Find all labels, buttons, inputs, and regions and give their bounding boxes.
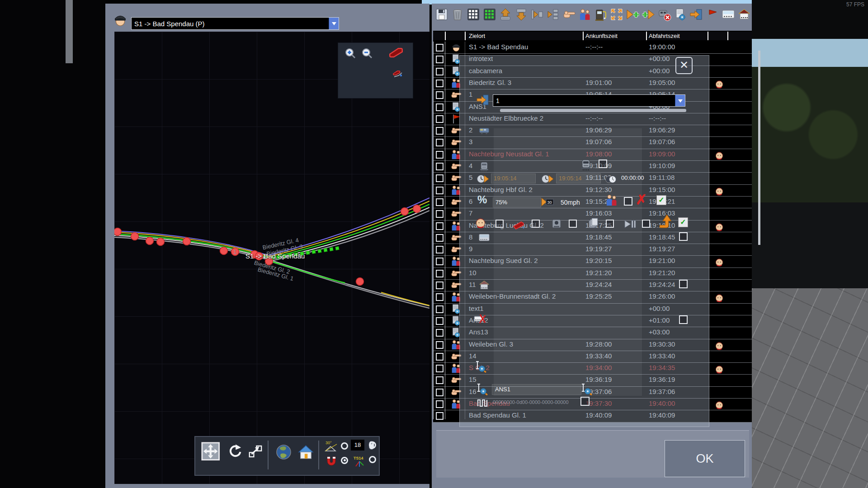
dialog-loco-checkbox[interactable] <box>599 160 607 168</box>
save-icon[interactable] <box>435 8 448 21</box>
row-checkbox[interactable] <box>436 222 443 230</box>
guid-checkbox[interactable] <box>580 397 590 406</box>
ts14-radio[interactable] <box>369 456 376 463</box>
row-checkbox[interactable] <box>436 389 443 396</box>
map-canvas[interactable]: Biederitz Gl. 4 Biederitz Gl. 3 Biederit… <box>114 32 429 484</box>
ans12-option-checkbox[interactable] <box>679 315 688 324</box>
home-button[interactable] <box>297 443 315 461</box>
arrival-time-field[interactable]: 19:05:14 <box>491 174 536 183</box>
departure-time-field[interactable]: 19:05:14 <box>556 174 601 183</box>
transform-button[interactable] <box>247 443 264 460</box>
ts14-axes-icon[interactable]: TS14 <box>353 455 366 469</box>
insert-right-icon[interactable] <box>530 8 544 21</box>
grid-green-icon[interactable] <box>483 8 496 21</box>
coupling-distance-field[interactable]: 18 <box>351 440 364 450</box>
dialog-route-dropdown[interactable]: 1 <box>493 94 685 107</box>
row8-option-checkbox[interactable] <box>679 232 688 241</box>
dialog-close-button[interactable]: ✕ <box>675 57 693 74</box>
slope-mode-icon[interactable]: 30° <box>325 440 338 453</box>
waypoint-dot[interactable] <box>401 208 409 216</box>
add-before-icon[interactable] <box>626 8 639 21</box>
fuel-icon[interactable] <box>594 8 608 21</box>
row-checkbox[interactable] <box>436 258 443 265</box>
column-header-abfahrtszeit[interactable]: Abfahrtszeit <box>649 32 680 40</box>
route-selector[interactable]: S1 -> Bad Spendau (P) <box>131 17 339 30</box>
display-icon[interactable] <box>722 8 735 21</box>
signal-checkbox-1[interactable] <box>495 220 504 228</box>
row-checkbox[interactable] <box>436 139 443 146</box>
signal-checkbox-4[interactable] <box>606 220 614 228</box>
row-checkbox[interactable] <box>436 115 443 123</box>
waypoint-dot[interactable] <box>131 233 139 240</box>
mouse-mode-radio[interactable] <box>369 441 376 449</box>
depot-icon[interactable] <box>737 8 751 21</box>
percent-field[interactable]: 75% <box>493 197 541 207</box>
column-header-ankunftszeit[interactable]: Ankunftszeit <box>585 32 618 40</box>
waypoint-dot[interactable] <box>183 238 191 245</box>
table-row[interactable]: S1 -> Bad Spendau--:--:--19:00:00 <box>433 42 752 53</box>
magnet-mode-radio[interactable] <box>341 457 348 464</box>
row-checkbox[interactable] <box>436 329 443 337</box>
cancel-cross-icon[interactable]: ✗ <box>636 192 647 207</box>
confirm-check-icon[interactable]: ✓ <box>656 195 666 205</box>
waypoint-dot[interactable] <box>356 278 364 286</box>
row-checkbox[interactable] <box>436 376 443 384</box>
tray-up-icon[interactable] <box>499 8 512 21</box>
signal-checkbox-5[interactable] <box>642 220 650 228</box>
row-checkbox[interactable] <box>436 246 443 253</box>
dialog-route-dropdown-button[interactable] <box>675 95 685 106</box>
row-checkbox[interactable] <box>436 151 443 159</box>
expand-icon[interactable] <box>610 8 623 21</box>
waypoint-dot[interactable] <box>114 228 122 236</box>
magnet-mode-icon[interactable] <box>325 455 338 469</box>
row-checkbox[interactable] <box>436 44 443 52</box>
trash-icon[interactable] <box>451 8 464 21</box>
grid-white-icon[interactable] <box>467 8 480 21</box>
dialog-stop-checkbox[interactable] <box>624 197 632 206</box>
row-checkbox[interactable] <box>436 163 443 170</box>
tray-down-icon[interactable] <box>514 8 528 21</box>
signal-promote-icon[interactable] <box>658 213 674 229</box>
row-checkbox[interactable] <box>436 68 443 75</box>
pan-mode-button[interactable] <box>201 441 221 461</box>
doc-gear-icon[interactable] <box>674 8 687 21</box>
signal-small-icon[interactable] <box>390 66 404 80</box>
row-checkbox[interactable] <box>436 56 443 63</box>
waypoint-dot[interactable] <box>413 205 421 213</box>
waypoint-dot[interactable] <box>157 238 165 246</box>
door-in-icon[interactable] <box>689 8 703 21</box>
row-checkbox[interactable] <box>436 80 443 87</box>
row-checkbox[interactable] <box>436 187 443 194</box>
column-header-zielort[interactable]: Zielort <box>469 32 485 40</box>
row-checkbox[interactable] <box>436 103 443 111</box>
row-checkbox[interactable] <box>436 400 443 408</box>
loco-delete-icon[interactable] <box>658 8 671 21</box>
insert-left-icon[interactable] <box>546 8 560 21</box>
row-checkbox[interactable] <box>436 305 443 313</box>
row-checkbox[interactable] <box>436 317 443 325</box>
add-after-icon[interactable] <box>642 8 656 21</box>
route-selector-dropdown-button[interactable] <box>329 18 339 29</box>
row-checkbox[interactable] <box>436 270 443 277</box>
signal-checkbox-3[interactable] <box>569 220 577 228</box>
row-checkbox[interactable] <box>436 198 443 206</box>
row-checkbox[interactable] <box>436 127 443 135</box>
row-checkbox[interactable] <box>436 293 443 301</box>
slope-mode-radio[interactable] <box>341 442 348 450</box>
rotate-button[interactable] <box>227 443 243 460</box>
ok-button[interactable]: OK <box>665 440 745 477</box>
signal-checkbox-2[interactable] <box>532 220 540 228</box>
flag-icon[interactable] <box>705 8 719 21</box>
hand-icon[interactable] <box>562 8 576 21</box>
ans-field[interactable]: ANS1 <box>492 384 581 395</box>
row-checkbox[interactable] <box>436 234 443 242</box>
signal-confirm-check[interactable]: ✓ <box>678 217 688 227</box>
row-checkbox[interactable] <box>436 341 443 349</box>
dialog-slider[interactable] <box>500 109 686 112</box>
row-checkbox[interactable] <box>436 412 443 420</box>
row11-option-checkbox[interactable] <box>679 280 688 288</box>
row-checkbox[interactable] <box>436 91 443 99</box>
row-checkbox[interactable] <box>436 174 443 182</box>
row-checkbox[interactable] <box>436 210 443 218</box>
row-checkbox[interactable] <box>436 353 443 361</box>
